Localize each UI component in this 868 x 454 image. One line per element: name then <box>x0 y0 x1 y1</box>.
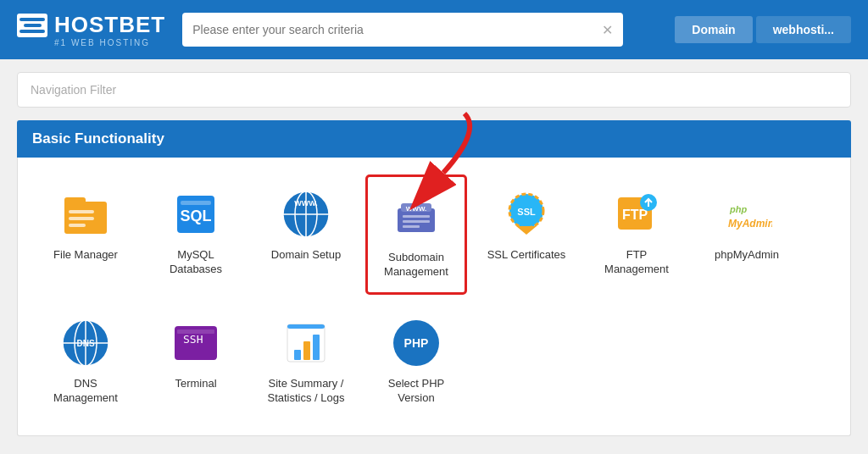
svg-text:WWW.: WWW. <box>406 205 426 213</box>
logo-text: HOSTBET <box>54 12 165 38</box>
icon-item-file-manager[interactable]: File Manager <box>35 174 136 295</box>
header-tabs: Domain webhosti... <box>671 16 851 43</box>
svg-rect-42 <box>287 324 325 329</box>
domain-setup-label: Domain Setup <box>271 248 341 263</box>
terminal-label: Terminal <box>175 377 216 391</box>
icon-item-terminal[interactable]: SSH Terminal <box>145 303 247 418</box>
select-php-version-label: Select PHPVersion <box>388 377 444 406</box>
svg-rect-1 <box>64 197 86 206</box>
icon-item-subdomain-management[interactable]: WWW. SubdomainManagement <box>365 174 467 295</box>
svg-text:SSH: SSH <box>183 333 203 346</box>
svg-text:WWW.: WWW. <box>294 199 318 208</box>
nav-filter-input[interactable]: Navigation Filter <box>17 72 851 108</box>
ftp-management-label: FTPManagement <box>604 248 669 277</box>
header-tab-domain[interactable]: Domain <box>675 16 752 43</box>
header: HOSTBET #1 WEB HOSTING ✕ Domain webhosti… <box>0 0 868 59</box>
terminal-icon: SSH <box>169 316 223 370</box>
svg-text:php: php <box>729 204 747 214</box>
svg-rect-18 <box>403 215 430 218</box>
logo-tagline: #1 WEB HOSTING <box>17 38 150 47</box>
phpmyadmin-icon: php MyAdmin <box>720 187 774 241</box>
icon-item-phpmyadmin[interactable]: php MyAdmin phpMyAdmin <box>696 174 798 295</box>
search-clear-icon[interactable]: ✕ <box>602 22 613 38</box>
svg-rect-7 <box>181 201 211 205</box>
svg-rect-41 <box>313 335 320 360</box>
icon-item-site-summary[interactable]: Site Summary /Statistics / Logs <box>255 303 357 418</box>
svg-rect-40 <box>303 341 310 360</box>
svg-text:PHP: PHP <box>404 336 429 350</box>
svg-rect-39 <box>294 350 301 360</box>
header-tab-webhosting[interactable]: webhosti... <box>756 16 851 43</box>
logo-area: HOSTBET #1 WEB HOSTING <box>17 12 165 47</box>
svg-rect-3 <box>69 217 94 220</box>
site-summary-label: Site Summary /Statistics / Logs <box>267 377 344 406</box>
svg-rect-20 <box>403 225 420 228</box>
main-content: Navigation Filter Basic Functionality Fi… <box>0 59 868 449</box>
icon-item-ssl-certificates[interactable]: SSL SSL Certificates <box>476 174 577 295</box>
file-manager-label: File Manager <box>53 248 118 263</box>
ftp-management-icon: FTP <box>609 187 664 241</box>
ssl-certificates-label: SSL Certificates <box>487 248 566 263</box>
select-php-version-icon: PHP <box>389 316 443 370</box>
svg-text:MyAdmin: MyAdmin <box>728 218 772 230</box>
icons-grid: File Manager SQL MySQLDatabases <box>35 174 833 418</box>
mysql-databases-icon: SQL <box>169 187 223 241</box>
section-content: File Manager SQL MySQLDatabases <box>17 158 851 436</box>
ssl-certificates-icon: SSL <box>499 187 554 241</box>
svg-rect-4 <box>69 224 86 227</box>
icon-item-domain-setup[interactable]: WWW. Domain Setup <box>255 174 357 295</box>
svg-rect-2 <box>69 210 94 213</box>
search-bar[interactable]: ✕ <box>182 13 623 47</box>
dns-management-icon: DNS <box>58 316 113 370</box>
icon-item-select-php-version[interactable]: PHP Select PHPVersion <box>365 303 467 418</box>
icon-item-mysql-databases[interactable]: SQL MySQLDatabases <box>145 174 247 295</box>
svg-text:SSL: SSL <box>517 207 536 217</box>
domain-setup-icon: WWW. <box>279 187 333 241</box>
icon-item-ftp-management[interactable]: FTP FTPManagement <box>586 174 687 295</box>
phpmyadmin-label: phpMyAdmin <box>715 248 779 263</box>
subdomain-management-icon: WWW. <box>389 190 443 244</box>
file-manager-icon <box>58 187 113 241</box>
logo-icon <box>17 14 47 37</box>
svg-rect-19 <box>403 220 430 223</box>
logo-top: HOSTBET <box>17 12 165 38</box>
mysql-databases-label: MySQLDatabases <box>170 248 222 277</box>
svg-rect-37 <box>177 329 214 334</box>
svg-text:DNS: DNS <box>76 339 94 348</box>
search-input[interactable] <box>192 23 602 36</box>
icon-item-dns-management[interactable]: DNS DNSManagement <box>35 303 136 418</box>
subdomain-management-label: SubdomainManagement <box>384 251 448 280</box>
site-summary-icon <box>279 316 333 370</box>
dns-management-label: DNSManagement <box>53 377 118 406</box>
svg-text:SQL: SQL <box>180 208 211 224</box>
